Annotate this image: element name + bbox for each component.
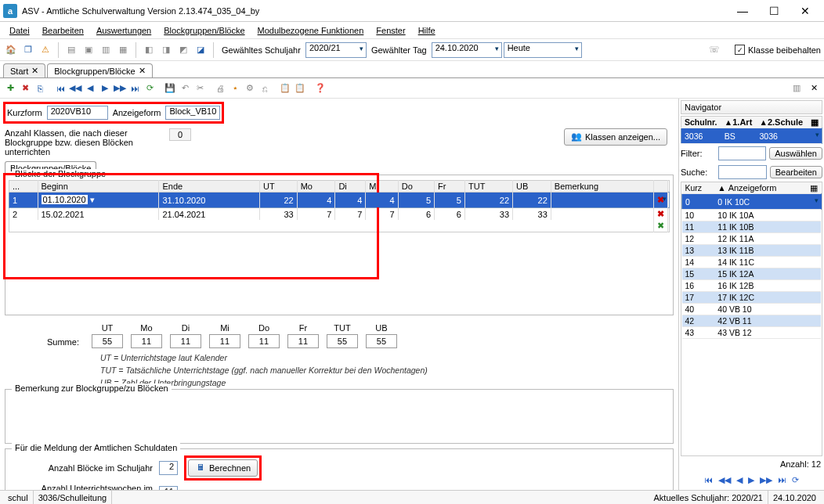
list-item[interactable]: 1313 IK 11B <box>682 245 822 257</box>
tag-select[interactable]: 24.10.2020 <box>432 42 502 58</box>
auswaehlen-button[interactable]: Auswählen <box>769 147 822 160</box>
list-item[interactable]: 1111 IK 10B <box>682 221 822 233</box>
help-icon[interactable]: ❓ <box>313 81 327 95</box>
minimize-button[interactable]: — <box>727 0 758 22</box>
add-row-icon[interactable]: ✖ <box>657 221 664 230</box>
tool1-icon[interactable]: ▤ <box>63 42 79 58</box>
close-inner-icon[interactable]: ✕ <box>807 81 821 95</box>
table-header[interactable]: Fr <box>435 181 465 193</box>
next-icon[interactable]: ▶▶ <box>113 81 127 95</box>
tool-icon[interactable]: ⎌ <box>258 81 272 95</box>
tool8-icon[interactable]: ◪ <box>193 42 208 58</box>
close-icon[interactable]: ✕ <box>31 66 38 76</box>
toggle-nav-icon[interactable]: ▥ <box>790 81 804 95</box>
blocks-table[interactable]: ...BeginnEndeUTMoDiMiDoFrTUTUBBemerkung … <box>9 180 670 232</box>
close-icon[interactable]: ✕ <box>139 66 146 76</box>
table-header[interactable]: Do <box>398 181 434 193</box>
list-item[interactable]: 1616 IK 12B <box>682 280 822 292</box>
prev-icon[interactable]: ◀◀ <box>68 81 82 95</box>
delete-icon[interactable]: ✖ <box>18 81 32 95</box>
list-item[interactable]: 1414 IK 11C <box>682 257 822 268</box>
star-icon[interactable]: ⭑ <box>228 81 242 95</box>
print-icon[interactable]: 🖨 <box>213 81 227 95</box>
list-item[interactable]: 4343 VB 12 <box>682 327 822 339</box>
list-item[interactable]: 1515 IK 12A <box>682 268 822 280</box>
filter-icon[interactable]: ⚙ <box>243 81 257 95</box>
bloecke-value[interactable]: 2 <box>159 461 178 475</box>
fwd-icon[interactable]: ▶ <box>98 81 112 95</box>
table-header[interactable]: Bemerkung <box>551 181 653 193</box>
maximize-button[interactable]: ☐ <box>758 0 790 22</box>
bearbeiten-button[interactable]: Bearbeiten <box>770 166 822 178</box>
filter-label: Filter: <box>681 149 715 158</box>
status-path: 3036/Schulleitung <box>34 491 112 504</box>
table-row[interactable]: 215.02.202121.04.202133777663333✖ <box>9 208 670 221</box>
table-header[interactable]: Beginn <box>38 181 159 193</box>
save-icon[interactable]: 💾 <box>163 81 177 95</box>
kurzform-input[interactable]: 2020VB10 <box>47 106 108 120</box>
list-item[interactable]: 00 IK 10C <box>682 194 822 210</box>
sum-header: UB <box>375 323 387 333</box>
schuljahr-select[interactable]: 2020/21 <box>305 42 367 58</box>
copy-icon[interactable]: ⎘ <box>33 81 47 95</box>
klassen-anzeigen-button[interactable]: 👥 Klassen anzeigen... <box>564 128 667 146</box>
window-icon[interactable]: ❐ <box>20 42 36 58</box>
heute-select[interactable]: Heute <box>504 42 582 58</box>
filter-input[interactable] <box>718 146 766 160</box>
list-item[interactable]: 4040 VB 10 <box>682 304 822 315</box>
navigator-schools[interactable]: Schulnr. ▲1.Art ▲2.Schule ▦ 3036 BS 3036 <box>681 116 822 144</box>
cut-icon[interactable]: ✂ <box>193 81 207 95</box>
klasse-beibehalten-checkbox[interactable]: ☏ ✓ Klasse beibehalten <box>707 42 821 58</box>
undo-icon[interactable]: ↶ <box>178 81 192 95</box>
menu-bearbeiten[interactable]: Bearbeiten <box>36 22 90 38</box>
back-icon[interactable]: ◀ <box>83 81 97 95</box>
close-button[interactable]: ✕ <box>790 0 821 22</box>
berechnen-button[interactable]: 🖩 Berechnen <box>188 459 258 477</box>
suche-input[interactable] <box>718 165 767 179</box>
list-item[interactable]: 4242 VB 11 <box>682 315 822 327</box>
navigator-list[interactable]: Kurz ▲ Anzeigeform ▦ 00 IK 10C1010 IK 10… <box>681 182 822 456</box>
table-header[interactable]: Ende <box>159 181 260 193</box>
last-icon[interactable]: ⏭ <box>128 81 142 95</box>
first-icon[interactable]: ⏮ <box>53 81 67 95</box>
tool4-icon[interactable]: ▦ <box>115 42 131 58</box>
table-header[interactable]: Mo <box>297 181 335 193</box>
home-icon[interactable]: 🏠 <box>3 42 19 58</box>
tool2-icon[interactable]: ▣ <box>81 42 96 58</box>
sum-header: Mo <box>140 323 152 333</box>
menu-auswertungen[interactable]: Auswertungen <box>90 22 157 38</box>
table-header[interactable]: ... <box>9 181 38 193</box>
clip2-icon[interactable]: 📋 <box>293 81 307 95</box>
tool3-icon[interactable]: ▥ <box>98 42 114 58</box>
menu-datei[interactable]: Datei <box>3 22 36 38</box>
list-item[interactable]: 1212 IK 11A <box>682 233 822 245</box>
delete-row-icon[interactable]: ✖ <box>657 195 664 204</box>
new-icon[interactable]: ✚ <box>3 81 17 95</box>
anzeigeform-input[interactable]: Block_VB10 <box>165 106 220 120</box>
list-item[interactable]: 1717 IK 12C <box>682 292 822 304</box>
table-header[interactable]: UB <box>513 181 551 193</box>
table-header[interactable]: TUT <box>464 181 512 193</box>
clip1-icon[interactable]: 📋 <box>278 81 292 95</box>
tool7-icon[interactable]: ◩ <box>175 42 191 58</box>
tool5-icon[interactable]: ◧ <box>141 42 157 58</box>
delete-row-icon[interactable]: ✖ <box>657 209 664 218</box>
refresh-icon[interactable]: ⟳ <box>143 81 157 95</box>
tool6-icon[interactable]: ◨ <box>158 42 174 58</box>
tab-start[interactable]: Start✕ <box>3 63 45 77</box>
table-row[interactable]: 101.10.2020 ▾31.10.202022444552222✖ <box>9 193 670 208</box>
refresh-icon: ⟳ <box>792 475 799 484</box>
phone-icon[interactable]: ☏ <box>707 42 722 58</box>
list-item[interactable]: 1010 IK 10A <box>682 210 822 221</box>
rewind-icon: ◀◀ <box>718 475 731 484</box>
nav-paging[interactable]: ⏮ ◀◀ ◀ ▶ ▶▶ ⏭ ⟳ <box>703 475 801 485</box>
menu-fenster[interactable]: Fenster <box>370 22 411 38</box>
table-header[interactable]: UT <box>260 181 298 193</box>
menu-hilfe[interactable]: Hilfe <box>412 22 442 38</box>
tab-blockgruppen[interactable]: Blockgruppen/Blöcke✕ <box>47 63 152 77</box>
table-header[interactable]: Mi <box>366 181 398 193</box>
menu-modulfunktionen[interactable]: Modulbezogene Funktionen <box>251 22 370 38</box>
warning-icon[interactable]: ⚠ <box>38 42 53 58</box>
table-header[interactable]: Di <box>335 181 366 193</box>
menu-blockgruppen[interactable]: Blockgruppen/Blöcke <box>157 22 251 38</box>
